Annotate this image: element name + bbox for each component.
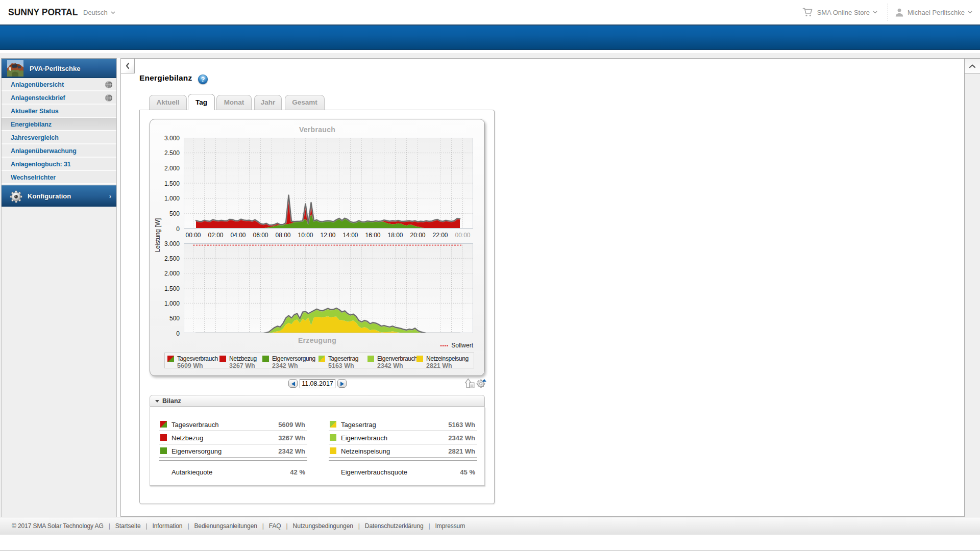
legend-label: Netzbezug bbox=[229, 355, 257, 362]
footer-link-information[interactable]: Information bbox=[153, 522, 183, 530]
sidebar-item-aktueller-status[interactable]: Aktueller Status bbox=[2, 105, 116, 118]
bilanz-row-label: Tagesverbrauch bbox=[172, 421, 219, 429]
chevron-down-icon bbox=[873, 11, 881, 14]
triangle-left-icon bbox=[291, 382, 295, 386]
bilanz-row: Eigenverbrauch2342 Wh bbox=[330, 431, 475, 444]
tab-tag[interactable]: Tag bbox=[188, 94, 215, 110]
page-title: Energiebilanz bbox=[139, 73, 192, 83]
tab-jahr[interactable]: Jahr bbox=[254, 95, 282, 110]
tab-gesamt[interactable]: Gesamt bbox=[285, 95, 325, 110]
chart-title-verbrauch: Verbrauch bbox=[150, 126, 485, 134]
help-icon[interactable]: ? bbox=[198, 74, 208, 84]
x-tick-label: 10:00 bbox=[295, 232, 317, 239]
user-menu[interactable]: Michael Perlitschke bbox=[895, 8, 976, 17]
language-label: Deutsch bbox=[83, 9, 108, 16]
sidebar-item-jahresvergleich[interactable]: Jahresvergleich bbox=[2, 131, 116, 144]
sidebar-item-konfiguration[interactable]: Konfiguration › bbox=[2, 185, 116, 207]
banner-collapse-button[interactable] bbox=[965, 58, 980, 73]
tab-monat[interactable]: Monat bbox=[216, 95, 252, 110]
footer-link-bedienungsanleitungen[interactable]: Bedienungsanleitungen bbox=[194, 522, 257, 530]
legend-value: 5163 Wh bbox=[328, 362, 354, 369]
footer-link-impressum[interactable]: Impressum bbox=[435, 522, 465, 530]
footer-separator: | bbox=[286, 522, 288, 530]
x-tick-label: 04:00 bbox=[227, 232, 250, 239]
language-selector[interactable]: Deutsch bbox=[83, 9, 115, 16]
sidebar-item-label: Jahresvergleich bbox=[11, 134, 59, 141]
y-tick-label: 2.000 bbox=[153, 165, 180, 172]
sidebar-menu: AnlagenübersichtAnlagensteckbriefAktuell… bbox=[2, 78, 116, 184]
bilanz-row-value: 2342 Wh bbox=[448, 434, 475, 442]
footer-separator: | bbox=[358, 522, 360, 530]
footer-link-datenschutzerkl-rung[interactable]: Datenschutzerklärung bbox=[365, 522, 424, 530]
chart-plot-verbrauch bbox=[184, 138, 473, 229]
y-tick-label: 500 bbox=[153, 315, 180, 322]
sidebar-item-anlagen-bersicht[interactable]: Anlagenübersicht bbox=[2, 78, 116, 91]
bilanz-row: Netzeinspeisung2821 Wh bbox=[330, 444, 475, 458]
chevron-down-glyph bbox=[968, 11, 972, 14]
chevron-down-glyph bbox=[111, 11, 115, 14]
footer-link-faq[interactable]: FAQ bbox=[269, 522, 281, 530]
bilanz-swatch-green-icon bbox=[160, 447, 167, 454]
bilanz-row: Netzbezug3267 Wh bbox=[160, 431, 305, 444]
footer: © 2017 SMA Solar Technology AG|Startseit… bbox=[0, 517, 980, 535]
gear-icon bbox=[9, 190, 23, 204]
prev-day-button[interactable] bbox=[288, 379, 298, 388]
y-tick-label: 2.500 bbox=[153, 255, 180, 262]
sidebar-gap bbox=[117, 58, 120, 518]
next-day-button[interactable] bbox=[337, 379, 347, 388]
header-separator bbox=[888, 4, 888, 21]
sollwert-label: Sollwert bbox=[451, 342, 473, 349]
user-name-label: Michael Perlitschke bbox=[908, 9, 965, 16]
globe-icon bbox=[105, 94, 113, 102]
bilanz-row-label: Eigenverbrauch bbox=[341, 434, 387, 442]
chevron-down-glyph bbox=[873, 11, 877, 14]
x-tick-label: 18:00 bbox=[384, 232, 407, 239]
chevron-left-icon bbox=[125, 62, 130, 69]
online-store-menu[interactable]: SMA Online Store bbox=[802, 7, 881, 17]
sidebar-item-energiebilanz[interactable]: Energiebilanz bbox=[2, 118, 116, 131]
date-input[interactable] bbox=[300, 379, 335, 388]
collapse-triangle-icon bbox=[155, 400, 159, 403]
plant-name: PVA-Perlitschke bbox=[30, 65, 80, 72]
sidebar-collapse-button[interactable] bbox=[120, 58, 135, 73]
x-tick-label: 12:00 bbox=[317, 232, 339, 239]
sidebar-item-label: Anlagensteckbrief bbox=[11, 94, 65, 102]
sidebar-item-wechselrichter[interactable]: Wechselrichter bbox=[2, 171, 116, 184]
brand-logo: SUNNY PORTAL bbox=[8, 7, 78, 18]
chart-plot-erzeugung bbox=[184, 243, 473, 333]
chart-settings-button[interactable] bbox=[476, 378, 486, 388]
legend-label: Eigenverbrauch bbox=[377, 355, 417, 362]
sidebar-item-anlagenlogbuch-31[interactable]: Anlagenlogbuch: 31 bbox=[2, 158, 116, 171]
footer-link-startseite[interactable]: Startseite bbox=[115, 522, 141, 530]
plant-header[interactable]: PVA-Perlitschke bbox=[2, 59, 116, 78]
bilanz-body: Tagesverbrauch5609 WhNetzbezug3267 WhEig… bbox=[150, 407, 485, 486]
chevron-right-icon: › bbox=[109, 192, 111, 200]
y-tick-label: 2.000 bbox=[153, 270, 180, 277]
bilanz-row-label: Tagesertrag bbox=[341, 421, 376, 429]
footer-separator: | bbox=[429, 522, 430, 530]
x-tick-label: 06:00 bbox=[250, 232, 272, 239]
bilanz-swatch-red-green-icon bbox=[160, 421, 167, 428]
publish-button[interactable] bbox=[464, 378, 475, 388]
tab-aktuell[interactable]: Aktuell bbox=[149, 95, 187, 110]
bilanz-header[interactable]: Bilanz bbox=[150, 395, 485, 407]
bilanz-row: Tagesverbrauch5609 Wh bbox=[160, 418, 305, 431]
sidebar-item-anlagensteckbrief[interactable]: Anlagensteckbrief bbox=[2, 91, 116, 105]
x-tick-label: 00:00 bbox=[182, 232, 205, 239]
legend-label: Tagesverbrauch bbox=[177, 355, 218, 362]
bilanz-row-label: Netzbezug bbox=[172, 434, 203, 442]
bilanz-swatch-lightgreen-icon bbox=[330, 434, 336, 441]
bilanz-row: Eigenversorgung2342 Wh bbox=[160, 444, 305, 458]
chevron-up-icon bbox=[969, 64, 976, 68]
sidebar-item-anlagen-berwachung[interactable]: Anlagenüberwachung bbox=[2, 144, 116, 158]
triangle-right-icon bbox=[340, 382, 344, 386]
y-tick-label: 1.000 bbox=[153, 300, 180, 307]
sidebar-item-label: Anlagenübersicht bbox=[11, 81, 64, 88]
legend-label: Tagesertrag bbox=[328, 355, 358, 362]
x-tick-label: 14:00 bbox=[339, 232, 362, 239]
sidebar: PVA-Perlitschke AnlagenübersichtAnlagens… bbox=[1, 58, 117, 518]
footer-link-nutzungsbedingungen[interactable]: Nutzungsbedingungen bbox=[293, 522, 353, 530]
legend-value: 2342 Wh bbox=[272, 362, 298, 369]
top-header: SUNNY PORTAL Deutsch SMA Online Store bbox=[0, 0, 980, 24]
gear-dropdown-icon bbox=[476, 378, 486, 388]
